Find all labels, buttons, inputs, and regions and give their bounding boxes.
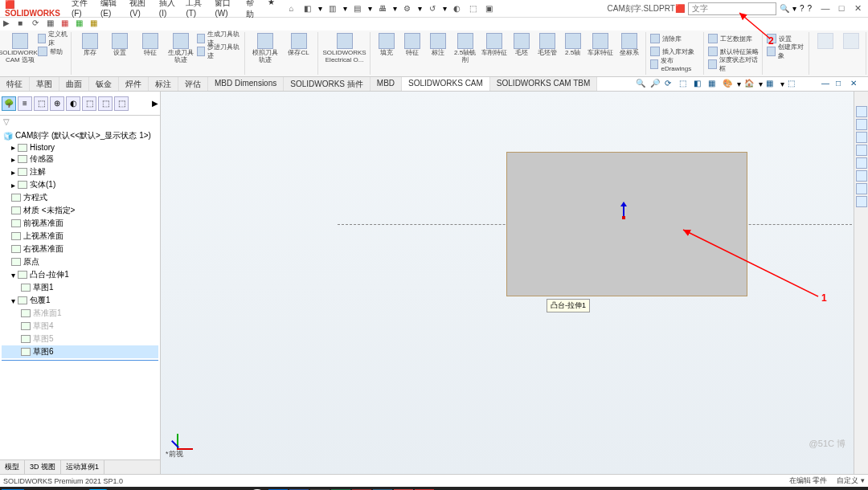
orient-icon[interactable]: ◧ bbox=[694, 79, 705, 90]
play-icon[interactable]: ▶ bbox=[3, 18, 14, 30]
tube-button[interactable]: 毛坯管 bbox=[535, 32, 559, 58]
maximize-button[interactable]: □ bbox=[836, 3, 847, 14]
taskpane-forum-icon[interactable] bbox=[856, 196, 867, 207]
setup-button[interactable]: 设置 bbox=[105, 32, 134, 58]
tab-weldment[interactable]: 焊件 bbox=[119, 77, 149, 91]
tree-solids[interactable]: ▸实体(1) bbox=[2, 178, 158, 191]
stop-icon[interactable]: ■ bbox=[18, 18, 29, 30]
undo-icon[interactable]: ↺ bbox=[427, 3, 438, 14]
toolpath-gen-button[interactable]: 生成刀具轨迹 bbox=[166, 32, 195, 65]
tree-equations[interactable]: 方程式 bbox=[2, 191, 158, 204]
define-machine-button[interactable]: 定义机床 bbox=[38, 32, 68, 45]
tab-swcam-tbm[interactable]: SOLIDWORKS CAM TBM bbox=[490, 77, 598, 91]
save-icon[interactable]: ▤ bbox=[352, 3, 363, 14]
tree-extrude1[interactable]: ▾凸台-拉伸1 bbox=[2, 268, 158, 281]
menu-star-icon[interactable]: ★ bbox=[264, 0, 278, 22]
tab-sheetmetal[interactable]: 钣金 bbox=[89, 77, 119, 91]
open-icon[interactable]: ▥ bbox=[327, 3, 338, 14]
cam-tools-tab[interactable]: ⬚ bbox=[114, 96, 129, 111]
close-button[interactable]: ✕ bbox=[852, 3, 863, 14]
zoom-area-icon[interactable]: 🔎 bbox=[650, 79, 661, 90]
tree-front-plane[interactable]: 前视基准面 bbox=[2, 217, 158, 230]
tab-mbd-dim[interactable]: MBD Dimensions bbox=[208, 77, 284, 91]
blank-button[interactable]: 毛坯 bbox=[510, 32, 534, 58]
doc-min-icon[interactable]: — bbox=[821, 79, 833, 90]
zoom-fit-icon[interactable]: 🔍 bbox=[636, 79, 647, 90]
display-tab[interactable]: ◐ bbox=[66, 96, 80, 111]
tree-sketch4[interactable]: 草图4 bbox=[2, 320, 158, 333]
tree-material[interactable]: 材质 <未指定> bbox=[2, 204, 158, 217]
search-icon[interactable]: 🔍 bbox=[780, 4, 789, 13]
dim-button[interactable]: 标注 bbox=[426, 32, 450, 58]
taskpane-resources-icon[interactable] bbox=[856, 119, 867, 130]
select-icon[interactable]: ◐ bbox=[452, 3, 463, 14]
cam-options-button[interactable]: SOLIDWORKS CAM 选项 bbox=[4, 32, 36, 65]
print-icon[interactable]: 🖶 bbox=[377, 3, 388, 14]
part-face[interactable] bbox=[506, 152, 747, 296]
turn-button[interactable]: 车削特征 bbox=[481, 32, 508, 58]
tree-history[interactable]: ▸History bbox=[2, 142, 158, 153]
taskpane-view-icon[interactable] bbox=[856, 157, 867, 169]
taskpane-library-icon[interactable] bbox=[856, 132, 867, 143]
home-icon[interactable]: ⌂ bbox=[286, 3, 297, 14]
create-lib-row[interactable]: 创建库对象 bbox=[767, 45, 806, 58]
section-icon[interactable]: ⬚ bbox=[679, 79, 690, 90]
status-custom[interactable]: 自定义 ▾ bbox=[837, 476, 865, 486]
feature-tree[interactable]: 🧊CAM刻字 (默认<<默认>_显示状态 1>) ▸History ▸传感器 ▸… bbox=[0, 128, 160, 459]
display-icon[interactable]: ▦ bbox=[708, 79, 719, 90]
property-tab[interactable]: ≡ bbox=[18, 96, 32, 111]
tree-right-plane[interactable]: 右视基准面 bbox=[2, 243, 158, 255]
tab-surface[interactable]: 曲面 bbox=[59, 77, 89, 91]
tree-top-plane[interactable]: 上视基准面 bbox=[2, 230, 158, 243]
cam-tree-tab[interactable]: ⬚ bbox=[82, 96, 96, 111]
menu-tools[interactable]: 工具(T) bbox=[182, 0, 208, 22]
axis25-button[interactable]: 2.5轴 bbox=[561, 32, 585, 58]
mill25-button[interactable]: 2.5轴铣削 bbox=[452, 32, 479, 65]
tree-annotations[interactable]: ▸注解 bbox=[2, 165, 158, 178]
taskpane-explorer-icon[interactable] bbox=[856, 145, 867, 156]
doc-close-icon[interactable]: ✕ bbox=[850, 79, 862, 90]
view-settings-icon[interactable]: ⬚ bbox=[788, 79, 799, 90]
scene-icon[interactable]: 🎨 bbox=[723, 79, 734, 90]
tab-3dview[interactable]: 3D 视图 bbox=[25, 460, 61, 474]
doc-max-icon[interactable]: □ bbox=[836, 79, 847, 90]
feature-tree-tab[interactable]: 🌳 bbox=[2, 96, 16, 111]
step-toolpath-row[interactable]: 步进刀具轨迹 bbox=[197, 45, 242, 58]
menu-window[interactable]: 窗口(W) bbox=[211, 0, 239, 22]
help-button[interactable]: 帮助 bbox=[38, 45, 68, 58]
electrical-button[interactable]: SOLIDWORKS Electrical O... bbox=[322, 32, 367, 65]
fill-button[interactable]: 填充 bbox=[375, 32, 399, 58]
qa-icon-7[interactable]: ▦ bbox=[90, 18, 101, 30]
filter-field[interactable]: ▽ bbox=[0, 116, 160, 128]
tool-icon[interactable]: ▣ bbox=[484, 3, 495, 14]
stock-button[interactable]: 库存 bbox=[76, 32, 104, 58]
qa-icon-4[interactable]: ▦ bbox=[47, 18, 58, 30]
tree-sketch1[interactable]: 草图1 bbox=[2, 281, 158, 294]
menu-help[interactable]: 帮助 bbox=[243, 0, 261, 22]
feat-button[interactable]: 特征 bbox=[400, 32, 424, 58]
menu-insert[interactable]: 插入(I) bbox=[156, 0, 180, 22]
depth-dlg-row[interactable]: 深度状态对话框 bbox=[708, 58, 760, 71]
new-icon[interactable]: ◧ bbox=[302, 3, 313, 14]
tab-evaluate[interactable]: 评估 bbox=[178, 77, 208, 91]
minimize-button[interactable]: — bbox=[820, 3, 831, 14]
extra-button-1[interactable] bbox=[813, 32, 837, 51]
tree-sketch6[interactable]: 草图6 bbox=[2, 345, 158, 358]
extra-button-2[interactable] bbox=[839, 32, 863, 51]
qa-icon-6[interactable]: ▦ bbox=[76, 18, 87, 30]
tab-motion[interactable]: 运动算例1 bbox=[61, 460, 104, 474]
save-cl-button[interactable]: 保存CL bbox=[283, 32, 315, 58]
panel-collapse-icon[interactable]: ▶ bbox=[152, 99, 158, 108]
tree-origin[interactable]: 原点 bbox=[2, 255, 158, 268]
tab-swcam[interactable]: SOLIDWORKS CAM bbox=[402, 77, 490, 91]
tab-model[interactable]: 模型 bbox=[0, 460, 25, 474]
feature-button[interactable]: 特征 bbox=[136, 32, 165, 58]
help-icon[interactable]: ? bbox=[807, 4, 812, 13]
tab-sketch[interactable]: 草图 bbox=[30, 77, 59, 91]
search-type-icon[interactable]: 🟥 bbox=[675, 4, 685, 13]
tree-wrap1[interactable]: ▾包覆1 bbox=[2, 294, 158, 307]
dimx-tab[interactable]: ⊕ bbox=[50, 96, 64, 111]
simulate-button[interactable]: 模拟刀具轨迹 bbox=[249, 32, 281, 65]
tree-sensors[interactable]: ▸传感器 bbox=[2, 153, 158, 165]
tab-addins[interactable]: SOLIDWORKS 插件 bbox=[284, 77, 371, 91]
